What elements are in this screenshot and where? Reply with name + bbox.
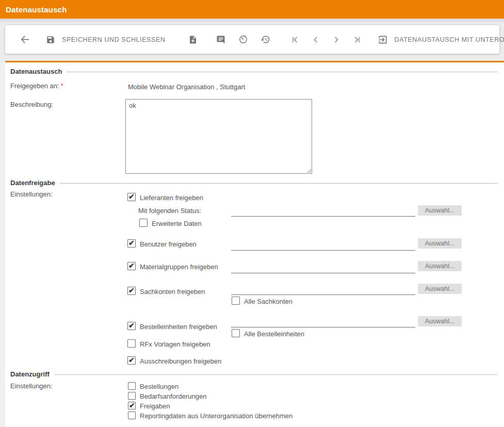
label-lieferanten-freigeben: Lieferanten freigeben [140,194,203,202]
auswahl-benutzer-button[interactable]: Auswahl... [418,238,462,249]
bestelleinheiten-input[interactable] [231,318,415,327]
checkbox-rfx-vorlagen-freigeben[interactable] [127,339,136,348]
section-rule [67,72,498,72]
page-title: Datenaustausch [6,5,67,14]
auswahl-materialgruppen-button[interactable]: Auswahl... [418,261,462,271]
history-icon[interactable] [261,35,270,44]
label-bestelleinheiten-freigeben: Bestelleinheiten freigeben [140,323,217,331]
label-bedarfsanforderungen: Bedarfsanforderungen [140,392,206,400]
checkbox-benutzer-freigeben[interactable] [127,239,136,248]
section-datenzugriff: Datenzugriff [10,370,498,377]
label-rfx-vorlagen-freigeben: RFx Vorlagen freigeben [140,340,210,348]
section-rule [54,374,498,375]
nav-next-icon[interactable] [332,36,340,44]
freigegeben-an-label-text: Freigegeben an: [10,82,59,90]
beschreibung-textarea[interactable]: ok [125,99,312,174]
mit-folgenden-status-label: Mit folgenden Status: [138,207,201,215]
comment-icon[interactable] [216,35,225,44]
checkbox-materialgruppen-freigeben[interactable] [127,262,136,270]
freigegeben-an-label: Freigegeben an:* [10,82,63,90]
checkbox-reportingdaten[interactable] [128,412,136,419]
label-bestellungen: Bestellungen [140,383,178,390]
einstellungen-label: Einstellungen: [10,382,53,390]
nav-first-icon[interactable] [291,36,299,44]
label-alle-sachkonten: Alle Sachkonten [244,298,292,305]
label-materialgruppen-freigeben: Materialgruppen freigeben [140,263,218,271]
sachkonten-input[interactable] [231,286,415,295]
checkbox-alle-bestelleinheiten[interactable] [232,329,240,337]
app-header: Datenaustausch [0,0,504,19]
einstellungen-label: Einstellungen: [10,190,53,198]
status-input[interactable] [231,207,415,217]
auswahl-bestelleinheiten-button[interactable]: Auswahl... [418,316,462,326]
benutzer-input[interactable] [231,241,415,251]
checkbox-bestellungen[interactable] [128,382,136,390]
section-datenfreigabe: Datenfreigabe [10,179,498,186]
new-document-icon[interactable] [188,35,198,44]
checkbox-bedarfsanforderungen[interactable] [128,392,136,400]
checkbox-bestelleinheiten-freigeben[interactable] [127,322,136,330]
auswahl-sachkonten-button[interactable]: Auswahl... [418,284,462,294]
nav-prev-icon[interactable] [312,36,320,44]
freigegeben-an-value: Mobile Webinar Organisation , Stuttgart [128,83,245,91]
label-alle-bestelleinheiten: Alle Bestelleinheiten [244,330,304,338]
label-benutzer-freigeben: Benutzer freigeben [140,240,197,248]
section-title: Datenaustausch [10,68,62,75]
datenaustausch-mit-unterorganisation-button[interactable]: DATENAUSTAUSCH MIT UNTERO... [395,36,504,43]
checkbox-lieferanten-freigeben[interactable] [127,193,136,201]
form-content: Datenaustausch Freigegeben an:* Mobile W… [5,62,504,427]
timer-icon[interactable] [238,35,248,44]
section-title: Datenzugriff [10,370,50,378]
toolbar: SPEICHERN UND SCHLIESSEN DATENAUSTAU [5,25,499,54]
beschreibung-label: Beschreibung: [10,101,53,108]
section-title: Datenfreigabe [10,179,55,187]
save-icon[interactable] [46,35,55,44]
checkbox-erweiterte-daten[interactable] [139,219,148,227]
required-marker: * [61,82,63,90]
nav-last-icon[interactable] [353,36,361,44]
checkbox-ausschreibungen-freigeben[interactable] [127,356,136,365]
label-erweiterte-daten: Erweiterte Daten [152,220,202,227]
checkbox-freigaben[interactable] [128,402,136,409]
checkbox-alle-sachkonten[interactable] [232,297,240,305]
materialgruppen-input[interactable] [231,264,415,273]
label-reportingdaten: Reportingdaten aus Unterorganisation übe… [140,412,292,420]
back-icon[interactable] [20,34,30,45]
auswahl-status-button[interactable]: Auswahl... [418,205,462,216]
section-datenaustausch: Datenaustausch [10,68,498,75]
label-ausschreibungen-freigeben: Ausschreibungen freigeben [140,357,221,365]
exit-to-app-icon[interactable] [378,35,388,45]
label-sachkonten-freigeben: Sachkonten freigeben [140,288,205,295]
label-freigaben: Freigaben [140,402,170,410]
checkbox-sachkonten-freigeben[interactable] [127,287,136,295]
toolbar-band: SPEICHERN UND SCHLIESSEN DATENAUSTAU [0,19,504,62]
save-and-close-button[interactable]: SPEICHERN UND SCHLIESSEN [62,36,166,43]
section-rule [60,183,498,184]
